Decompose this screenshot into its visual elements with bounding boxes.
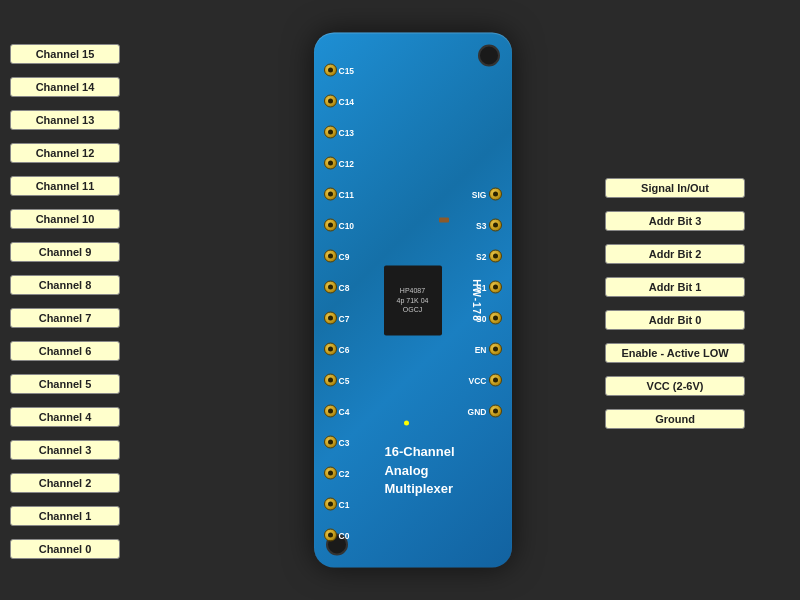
pin-circle-right-vcc xyxy=(489,374,502,387)
channel-row-ch8: Channel 8 xyxy=(10,269,220,300)
right-pin-text-vcc: VCC xyxy=(469,375,487,385)
channel-label-ch1: Channel 1 xyxy=(10,506,120,526)
pin-text-ch14: C14 xyxy=(339,96,355,106)
pin-circle-ch2 xyxy=(324,467,337,480)
right-label-box-s2: Addr Bit 2 xyxy=(605,244,745,264)
channel-label-ch9: Channel 9 xyxy=(10,242,120,262)
pin-circle-ch11 xyxy=(324,188,337,201)
pin-text-ch2: C2 xyxy=(339,468,350,478)
right-label-row-vcc: VCC (2-6V) xyxy=(605,370,790,401)
channel-row-ch9: Channel 9 xyxy=(10,236,220,267)
channel-label-ch10: Channel 10 xyxy=(10,209,120,229)
right-signal-labels: Signal In/OutAddr Bit 3Addr Bit 2Addr Bi… xyxy=(605,10,790,590)
channel-row-ch2: Channel 2 xyxy=(10,467,220,498)
channel-row-ch0: Channel 0 xyxy=(10,533,220,564)
pin-circle-right-s1 xyxy=(489,281,502,294)
left-pin-row-ch9: C9 xyxy=(324,241,355,272)
right-label-row-sig: Signal In/Out xyxy=(605,172,790,203)
right-label-row-s3: Addr Bit 3 xyxy=(605,205,790,236)
pin-text-ch11: C11 xyxy=(339,189,355,199)
pin-text-ch7: C7 xyxy=(339,313,350,323)
channel-row-ch1: Channel 1 xyxy=(10,500,220,531)
right-pin-row-s0: S0 xyxy=(468,303,502,334)
channel-row-ch12: Channel 12 xyxy=(10,137,220,168)
right-pin-row-gnd: GND xyxy=(468,396,502,427)
right-label-row-s2: Addr Bit 2 xyxy=(605,238,790,269)
left-pin-row-ch10: C10 xyxy=(324,210,355,241)
pin-circle-right-s2 xyxy=(489,250,502,263)
right-pin-row-en: EN xyxy=(468,334,502,365)
channel-row-ch15: Channel 15 xyxy=(10,38,220,69)
left-pin-row-ch13: C13 xyxy=(324,117,355,148)
channel-label-ch2: Channel 2 xyxy=(10,473,120,493)
pin-text-ch9: C9 xyxy=(339,251,350,261)
pin-circle-right-gnd xyxy=(489,405,502,418)
left-pin-row-ch3: C3 xyxy=(324,427,355,458)
right-pin-column: SIGS3S2S1S0ENVCCGND xyxy=(468,55,502,427)
right-pin-row-s2: S2 xyxy=(468,241,502,272)
left-pin-row-ch4: C4 xyxy=(324,396,355,427)
pin-circle-ch7 xyxy=(324,312,337,325)
pin-text-ch4: C4 xyxy=(339,406,350,416)
right-label-row-en: Enable - Active LOW xyxy=(605,337,790,368)
pin-circle-ch3 xyxy=(324,436,337,449)
pin-circle-ch15 xyxy=(324,64,337,77)
ic-chip: HP40874p 71K 04OGCJ xyxy=(384,265,442,335)
right-label-box-sig: Signal In/Out xyxy=(605,178,745,198)
left-pin-row-ch0: C0 xyxy=(324,520,355,551)
channel-row-ch4: Channel 4 xyxy=(10,401,220,432)
right-label-box-gnd: Ground xyxy=(605,409,745,429)
channel-label-ch4: Channel 4 xyxy=(10,407,120,427)
right-pin-text-en: EN xyxy=(475,344,487,354)
pin-circle-ch4 xyxy=(324,405,337,418)
right-label-row-s0: Addr Bit 0 xyxy=(605,304,790,335)
pin-circle-ch14 xyxy=(324,95,337,108)
pin-text-ch13: C13 xyxy=(339,127,355,137)
right-pin-row-s3: S3 xyxy=(468,210,502,241)
right-pin-text-s0: S0 xyxy=(476,313,486,323)
pcb-board: HW-178 C15C14C13C12C11C10C9C8C7C6C5C4C3C… xyxy=(314,33,512,568)
channel-row-ch13: Channel 13 xyxy=(10,104,220,135)
right-label-box-s3: Addr Bit 3 xyxy=(605,211,745,231)
channel-label-ch11: Channel 11 xyxy=(10,176,120,196)
right-pin-text-s3: S3 xyxy=(476,220,486,230)
channel-label-ch8: Channel 8 xyxy=(10,275,120,295)
channel-label-ch3: Channel 3 xyxy=(10,440,120,460)
channel-row-ch11: Channel 11 xyxy=(10,170,220,201)
right-pin-text-gnd: GND xyxy=(468,406,487,416)
pin-text-ch15: C15 xyxy=(339,65,355,75)
left-pin-column: C15C14C13C12C11C10C9C8C7C6C5C4C3C2C1C0 xyxy=(324,55,355,551)
pin-text-ch1: C1 xyxy=(339,499,350,509)
pin-circle-right-s0 xyxy=(489,312,502,325)
right-label-box-vcc: VCC (2-6V) xyxy=(605,376,745,396)
channel-label-ch0: Channel 0 xyxy=(10,539,120,559)
channel-row-ch5: Channel 5 xyxy=(10,368,220,399)
pin-circle-right-sig xyxy=(489,188,502,201)
board-area: HW-178 C15C14C13C12C11C10C9C8C7C6C5C4C3C… xyxy=(220,10,605,590)
right-label-box-en: Enable - Active LOW xyxy=(605,343,745,363)
board-title: 16-Channel Analog Multiplexer xyxy=(384,443,454,498)
pin-circle-ch5 xyxy=(324,374,337,387)
right-pin-text-sig: SIG xyxy=(472,189,487,199)
left-pin-row-ch12: C12 xyxy=(324,148,355,179)
left-pin-row-ch7: C7 xyxy=(324,303,355,334)
pin-text-ch0: C0 xyxy=(339,530,350,540)
channel-label-ch12: Channel 12 xyxy=(10,143,120,163)
right-label-row-gnd: Ground xyxy=(605,403,790,434)
right-pin-text-s1: S1 xyxy=(476,282,486,292)
pin-circle-ch8 xyxy=(324,281,337,294)
pin-circle-ch0 xyxy=(324,529,337,542)
pin-circle-ch13 xyxy=(324,126,337,139)
left-pin-row-ch1: C1 xyxy=(324,489,355,520)
pin-circle-ch6 xyxy=(324,343,337,356)
pin-circle-ch9 xyxy=(324,250,337,263)
channel-row-ch7: Channel 7 xyxy=(10,302,220,333)
left-pin-row-ch2: C2 xyxy=(324,458,355,489)
pin-text-ch6: C6 xyxy=(339,344,350,354)
pin-circle-right-s3 xyxy=(489,219,502,232)
left-pin-row-ch8: C8 xyxy=(324,272,355,303)
channel-label-ch14: Channel 14 xyxy=(10,77,120,97)
right-pin-row-sig: SIG xyxy=(468,179,502,210)
pin-text-ch8: C8 xyxy=(339,282,350,292)
channel-label-ch15: Channel 15 xyxy=(10,44,120,64)
